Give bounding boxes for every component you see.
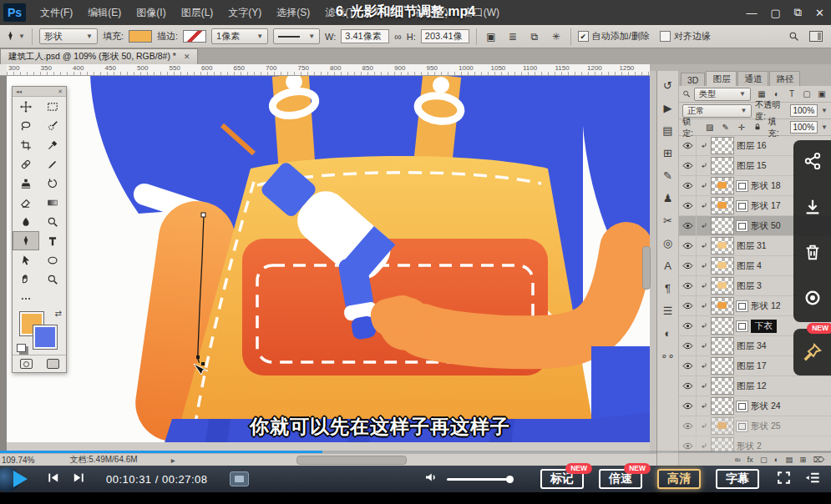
vector-mask-thumbnail[interactable] — [736, 180, 748, 192]
layer-visibility-eye-icon[interactable] — [679, 276, 697, 295]
add-mask-icon[interactable]: ▢ — [760, 455, 768, 464]
volume-icon[interactable] — [423, 470, 438, 488]
layer-row[interactable]: 图层 12 — [679, 376, 831, 396]
screen-mode-button[interactable] — [39, 355, 66, 372]
pen-tool-icon[interactable]: ▼ — [5, 31, 25, 42]
default-colors-icon[interactable] — [17, 344, 26, 352]
volume-knob[interactable] — [506, 476, 514, 483]
panel-icon-timeline[interactable]: ∘∘ — [657, 345, 678, 367]
panel-icon-paragraph[interactable]: ¶ — [657, 277, 678, 300]
player-button-字幕[interactable]: 字幕 — [716, 469, 759, 489]
canvas[interactable] — [7, 75, 650, 453]
record-button[interactable] — [803, 289, 822, 310]
volume-slider[interactable] — [447, 478, 512, 481]
auto-add-delete-checkbox[interactable]: ✔ — [578, 31, 589, 42]
panel-icon-masks[interactable]: ◐ — [657, 322, 678, 345]
filter-type-icon[interactable]: T — [786, 89, 798, 98]
layer-name[interactable]: 形状 25 — [751, 421, 831, 432]
menu-item[interactable]: 图像(I) — [129, 6, 173, 20]
vector-mask-thumbnail[interactable] — [736, 300, 748, 312]
filter-smart-icon[interactable]: ▣ — [816, 89, 828, 98]
layer-thumbnail[interactable] — [711, 237, 734, 255]
panel-tab-3D[interactable]: 3D — [681, 73, 705, 86]
canvas-horizontal-scrollbar[interactable] — [296, 456, 407, 465]
layer-thumbnail[interactable] — [711, 157, 734, 174]
layer-thumbnail[interactable] — [711, 197, 734, 214]
layer-row[interactable]: 形状 25 — [679, 416, 831, 436]
link-layers-icon[interactable]: ∞ — [735, 455, 741, 464]
share-button[interactable] — [803, 152, 822, 174]
play-button[interactable] — [13, 471, 28, 487]
layer-thumbnail[interactable] — [711, 297, 734, 315]
fill-caret[interactable]: ▼ — [821, 123, 828, 131]
layer-visibility-eye-icon[interactable] — [679, 336, 697, 355]
layer-visibility-eye-icon[interactable] — [679, 156, 697, 175]
new-adjustment-icon[interactable]: ◐ — [774, 455, 779, 464]
fill-swatch[interactable] — [129, 30, 152, 43]
layer-effects-icon[interactable]: fx — [747, 455, 752, 464]
tool-history-brush[interactable] — [39, 174, 66, 193]
link-dimensions-icon[interactable]: ∞ — [394, 31, 402, 43]
toolbox-header[interactable]: ◂◂ ✕ — [13, 87, 66, 97]
tool-zoom[interactable] — [39, 270, 66, 289]
tool-dodge[interactable] — [39, 212, 66, 231]
opacity-value[interactable]: 100% — [790, 104, 818, 117]
minimize-button[interactable]: — — [747, 7, 758, 19]
panel-icon-info[interactable]: ⊞ — [657, 142, 678, 164]
menu-item[interactable]: 编辑(E) — [80, 6, 129, 20]
layer-thumbnail[interactable] — [711, 377, 734, 395]
tab-close-icon[interactable]: ✕ — [184, 53, 190, 61]
download-button[interactable] — [803, 198, 822, 219]
layer-visibility-eye-icon[interactable] — [679, 196, 697, 215]
layer-visibility-eye-icon[interactable] — [679, 296, 697, 315]
player-button-高清[interactable]: 高清 — [657, 469, 701, 489]
tool-brush[interactable] — [39, 154, 66, 174]
layer-thumbnail[interactable] — [711, 217, 734, 234]
swap-colors-icon[interactable]: ⇄ — [55, 309, 62, 318]
align-edges-checkbox[interactable] — [660, 31, 671, 42]
vector-mask-thumbnail[interactable] — [736, 320, 748, 332]
screenshot-button[interactable] — [230, 471, 249, 486]
menu-item[interactable]: 图层(L) — [174, 6, 221, 20]
menu-item[interactable]: 选择(S) — [269, 6, 317, 20]
panel-icon-brush-presets[interactable]: ✎ — [657, 164, 678, 187]
fullscreen-button[interactable] — [776, 470, 792, 489]
panel-icon-adjustments[interactable]: ☰ — [657, 300, 678, 322]
tool-mode-dropdown[interactable]: 形状▼ — [39, 28, 98, 44]
layer-thumbnail[interactable] — [711, 277, 734, 295]
filter-pixel-icon[interactable]: ▦ — [756, 89, 768, 98]
width-input[interactable]: 3.41像素 — [341, 29, 389, 43]
tool-blur[interactable] — [13, 212, 39, 231]
panel-icon-styles[interactable]: ▤ — [657, 119, 678, 142]
panel-tab-图层[interactable]: 图层 — [706, 71, 737, 86]
layer-visibility-eye-icon[interactable] — [679, 376, 697, 396]
panel-icon-history[interactable]: ↺ — [657, 74, 678, 97]
tool-lasso[interactable] — [13, 116, 39, 135]
layer-thumbnail[interactable] — [711, 317, 734, 335]
auto-add-delete-option[interactable]: ✔ 自动添加/删除 — [578, 30, 650, 43]
vector-mask-thumbnail[interactable] — [736, 220, 748, 232]
vector-mask-thumbnail[interactable] — [736, 401, 748, 412]
layer-thumbnail[interactable] — [711, 137, 734, 154]
new-layer-icon[interactable]: ⊞ — [800, 455, 807, 464]
panel-icon-actions[interactable]: ▶ — [657, 97, 678, 119]
layer-thumbnail[interactable] — [711, 357, 734, 375]
document-tab[interactable]: 建筑工人.psd @ 109% (形状 50, RGB/8#) * ✕ — [0, 48, 198, 64]
layer-name[interactable]: 形状 24 — [751, 401, 831, 412]
player-button-标记[interactable]: 标记NEW — [540, 469, 584, 489]
tool-shape[interactable] — [39, 250, 66, 270]
panel-icon-tool-presets[interactable]: ✂ — [657, 209, 678, 232]
layer-fill-value[interactable]: 100% — [790, 121, 818, 134]
zoom-percentage[interactable]: 109.74% — [2, 456, 34, 465]
panel-icon-navigator[interactable]: ◎ — [657, 232, 678, 255]
panel-icon-clone-source[interactable]: ♟ — [657, 187, 678, 209]
canvas-vertical-scrollbar[interactable] — [642, 246, 651, 290]
toolbox-collapse-icon[interactable]: ◂◂ — [16, 88, 22, 95]
layer-visibility-eye-icon[interactable] — [679, 396, 697, 416]
layer-visibility-eye-icon[interactable] — [679, 356, 697, 375]
lock-position-icon[interactable]: ✛ — [736, 123, 747, 133]
tool-type[interactable] — [39, 231, 66, 250]
restore-button[interactable]: ⧉ — [794, 6, 802, 19]
tool-healing-brush[interactable] — [13, 154, 39, 174]
layer-visibility-eye-icon[interactable] — [679, 216, 697, 235]
